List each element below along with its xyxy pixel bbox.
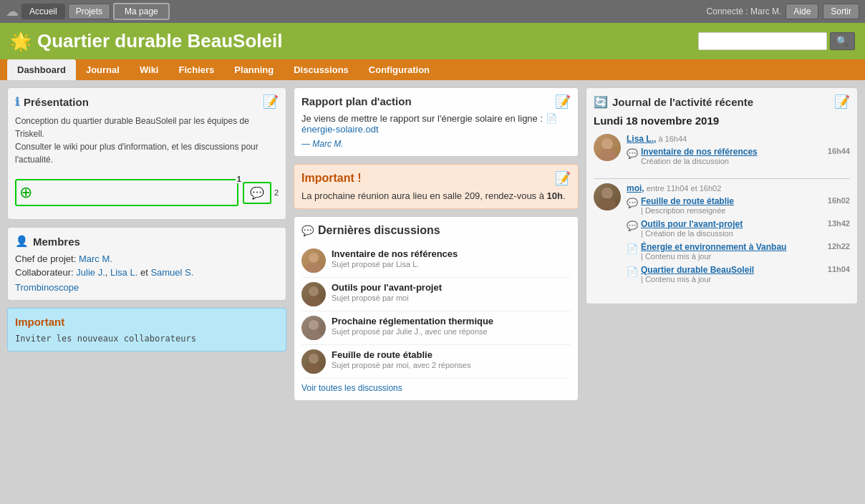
cloud-icon: ☁ [6, 4, 19, 19]
activity-entry: 📄 Énergie et environnement à Vanbau 12h2… [627, 242, 850, 261]
rapport-note-icon[interactable]: 📝 [555, 94, 571, 110]
collab1-link[interactable]: Julie J. [76, 267, 105, 278]
important-mid-title: Important ! [301, 172, 571, 185]
activity-entry: 💬 Outils pour l'avant-projet 13h42 | Cré… [627, 219, 850, 238]
rapport-card: 📝 Rapport plan d'action Je viens de mett… [294, 87, 579, 157]
collab3-link[interactable]: Samuel S. [150, 267, 193, 278]
sortir-button[interactable]: Sortir [823, 4, 859, 19]
discussion-subject[interactable]: Inventaire de nos références [332, 248, 571, 259]
widget-count2: 2 [274, 188, 279, 197]
left-column: 📝 ℹ Présentation Conception du quartier … [7, 87, 286, 503]
discussion-subject[interactable]: Outils pour l'avant-projet [332, 282, 571, 293]
svg-point-8 [601, 138, 613, 150]
activity-entry-desc: Création de la discussion [641, 157, 850, 165]
chef-name-link[interactable]: Marc M. [79, 253, 112, 264]
activity-entry-desc: | Description renseignée [641, 206, 850, 215]
activity-entry: 💬 Feuille de route établie 16h02 | Descr… [627, 196, 850, 215]
activity-entry: 💬 Inventaire de nos références 16h44 Cré… [627, 147, 850, 165]
accueil-button[interactable]: Accueil [21, 4, 65, 19]
chat-icon: 💬 [627, 197, 638, 208]
svg-point-3 [306, 296, 322, 306]
journal-date: Lundi 18 novembre 2019 [594, 115, 850, 127]
doc-icon: 📄 [627, 266, 638, 277]
tab-configuration[interactable]: Configuration [359, 59, 440, 80]
aide-button[interactable]: Aide [786, 4, 818, 19]
voir-discussions-link[interactable]: Voir toutes les discussions [301, 383, 571, 393]
activity-entry-link-row: Feuille de route établie 16h02 [641, 196, 850, 206]
mapage-button[interactable]: Ma page [113, 3, 170, 20]
activity-link[interactable]: Feuille de route établie [641, 196, 734, 206]
tab-fichiers[interactable]: Fichiers [168, 59, 224, 80]
activity-link[interactable]: Énergie et environnement à Vanbau [641, 242, 786, 252]
header: 🌟 Quartier durable BeauSoleil 🔍 [0, 23, 865, 59]
activity-entry-time: 16h44 [828, 147, 850, 157]
activity-avatar [594, 183, 621, 210]
activity-entry-desc: | Création de la discussion [641, 229, 850, 238]
discussions-title: 💬 Dernières discussions [301, 224, 571, 237]
rapport-file-link[interactable]: énergie-solaire.odt [301, 124, 379, 135]
journal-note-icon[interactable]: 📝 [834, 94, 850, 110]
tab-discussions[interactable]: Discussions [284, 59, 359, 80]
discussion-body: Inventaire de nos références Sujet propo… [332, 248, 571, 268]
members-title: 👤 Membres [15, 235, 279, 248]
important-mid-body: La prochaine réunion aura lieu en salle … [301, 190, 571, 201]
tab-dashboard[interactable]: Dashboard [7, 59, 76, 80]
activity-avatar [594, 134, 621, 161]
journal-icon: 🔄 [594, 95, 608, 109]
trombinoscope-link[interactable]: Trombinoscope [15, 282, 79, 293]
collab2-link[interactable]: Lisa L. [110, 267, 137, 278]
discussion-body: Outils pour l'avant-projet Sujet proposé… [332, 282, 571, 302]
svg-point-10 [601, 188, 613, 199]
header-search: 🔍 [698, 32, 855, 50]
presentation-note-icon[interactable]: 📝 [263, 94, 279, 110]
activity-group: Lisa L., à 16h44 💬 Inventaire de nos réf… [594, 134, 850, 170]
search-button[interactable]: 🔍 [830, 32, 855, 50]
discussion-subject[interactable]: Prochaine réglementation thermique [332, 316, 571, 326]
projets-button[interactable]: Projets [68, 4, 110, 19]
chat-icon: 💬 [627, 147, 638, 159]
presentation-title-text: Présentation [24, 96, 89, 108]
tab-journal[interactable]: Journal [76, 59, 130, 80]
tab-wiki[interactable]: Wiki [130, 59, 169, 80]
topbar-right: Connecté : Marc M. Aide Sortir [707, 4, 859, 19]
discussions-chat-icon: 💬 [301, 225, 314, 236]
activity-time-ctx: à 16h44 [658, 135, 687, 143]
avatar [301, 248, 326, 273]
rapport-title-text: Rapport plan d'action [301, 95, 412, 107]
activity-link[interactable]: Inventaire de nos références [641, 147, 758, 157]
important-mid-body-text: La prochaine réunion aura lieu en salle … [301, 190, 544, 201]
activity-entry-body: Énergie et environnement à Vanbau 12h22 … [641, 242, 850, 261]
activity-content: moi, entre 11h04 et 16h02 💬 Feuille de r… [627, 183, 850, 288]
svg-point-1 [306, 263, 322, 273]
svg-point-4 [309, 320, 319, 330]
activity-entry-desc: | Contenu mis à jour [641, 252, 850, 261]
widget-bubble-button[interactable]: 💬 [243, 182, 271, 204]
activity-link[interactable]: Outils pour l'avant-projet [641, 219, 743, 229]
activity-entry-body: Outils pour l'avant-projet 13h42 | Créat… [641, 219, 850, 238]
collab-row: Collaborateur: Julie J., Lisa L. et Samu… [15, 267, 279, 278]
activity-link[interactable]: Quartier durable BeauSoleil [641, 265, 754, 275]
activity-content: Lisa L., à 16h44 💬 Inventaire de nos réf… [627, 134, 850, 170]
rapport-body: Je viens de mettre le rapport sur l'éner… [301, 113, 571, 135]
site-title: Quartier durable BeauSoleil [37, 30, 282, 52]
important-card-left: Important Inviter les nouveaux collabora… [7, 308, 286, 352]
activity-entries: 💬 Inventaire de nos références 16h44 Cré… [627, 147, 850, 165]
chef-label: Chef de projet: [15, 253, 76, 264]
activity-user-link[interactable]: Lisa L., [627, 134, 656, 144]
discussion-item: Inventaire de nos références Sujet propo… [301, 244, 571, 278]
discussion-sub: Sujet proposé par Julie J., avec une rép… [332, 327, 571, 336]
search-input[interactable] [698, 32, 827, 50]
svg-point-11 [599, 198, 616, 210]
activity-group: moi, entre 11h04 et 16h02 💬 Feuille de r… [594, 183, 850, 288]
discussion-subject[interactable]: Feuille de route établie [332, 349, 571, 360]
important-mid-note-icon[interactable]: 📝 [555, 170, 571, 186]
add-icon[interactable]: ⊕ [19, 183, 32, 202]
chef-row: Chef de projet: Marc M. [15, 253, 279, 264]
info-icon: ℹ [15, 95, 19, 109]
svg-point-2 [309, 286, 319, 296]
discussions-card: 💬 Dernières discussions Inventaire de no… [294, 216, 579, 401]
tab-planning[interactable]: Planning [224, 59, 284, 80]
presentation-body: Conception du quartier durable BeauSolei… [15, 115, 279, 166]
right-column: 📝 🔄 Journal de l'activité récente Lundi … [586, 87, 858, 503]
activity-user-link[interactable]: moi, [627, 183, 644, 193]
